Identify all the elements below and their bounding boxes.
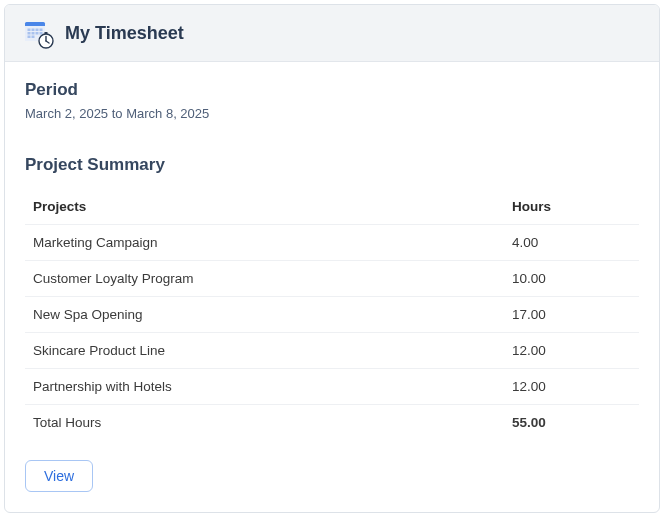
view-button[interactable]: View — [25, 460, 93, 492]
project-hours: 12.00 — [504, 369, 639, 405]
project-summary-table: Projects Hours Marketing Campaign 4.00 C… — [25, 189, 639, 440]
project-name: Partnership with Hotels — [25, 369, 504, 405]
svg-rect-7 — [32, 32, 35, 35]
timesheet-card: My Timesheet Period March 2, 2025 to Mar… — [4, 4, 660, 513]
table-row: Customer Loyalty Program 10.00 — [25, 261, 639, 297]
period-heading: Period — [25, 80, 639, 100]
card-header: My Timesheet — [5, 5, 659, 62]
timesheet-icon — [23, 19, 53, 47]
project-name: Skincare Product Line — [25, 333, 504, 369]
card-title: My Timesheet — [65, 23, 184, 44]
column-header-projects: Projects — [25, 189, 504, 225]
svg-rect-6 — [28, 32, 31, 35]
period-range: March 2, 2025 to March 8, 2025 — [25, 106, 639, 121]
stopwatch-icon — [37, 31, 55, 49]
total-label: Total Hours — [25, 405, 504, 441]
column-header-hours: Hours — [504, 189, 639, 225]
total-value: 55.00 — [504, 405, 639, 441]
svg-rect-11 — [32, 36, 35, 39]
svg-rect-10 — [28, 36, 31, 39]
summary-heading: Project Summary — [25, 155, 639, 175]
table-row: Marketing Campaign 4.00 — [25, 225, 639, 261]
svg-rect-3 — [32, 29, 35, 32]
table-row: Skincare Product Line 12.00 — [25, 333, 639, 369]
table-row: New Spa Opening 17.00 — [25, 297, 639, 333]
project-name: Marketing Campaign — [25, 225, 504, 261]
project-hours: 17.00 — [504, 297, 639, 333]
table-row: Partnership with Hotels 12.00 — [25, 369, 639, 405]
project-name: Customer Loyalty Program — [25, 261, 504, 297]
total-row: Total Hours 55.00 — [25, 405, 639, 441]
card-body: Period March 2, 2025 to March 8, 2025 Pr… — [5, 62, 659, 512]
project-hours: 12.00 — [504, 333, 639, 369]
project-hours: 10.00 — [504, 261, 639, 297]
svg-rect-2 — [28, 29, 31, 32]
project-name: New Spa Opening — [25, 297, 504, 333]
project-hours: 4.00 — [504, 225, 639, 261]
